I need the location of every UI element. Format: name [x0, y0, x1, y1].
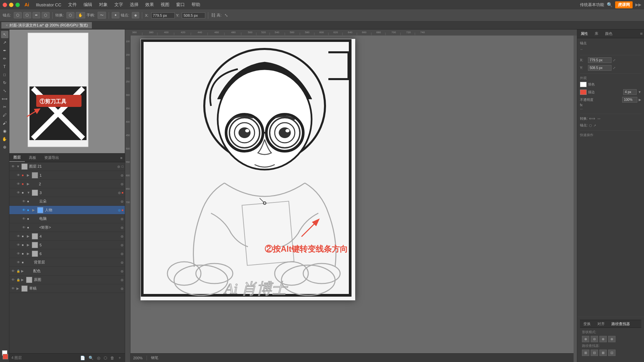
- layer-item-2[interactable]: 👁 ■ ▶ 2 ◎: [9, 180, 125, 188]
- smooth-btn[interactable]: 〜: [98, 12, 106, 19]
- text-tool[interactable]: T: [1, 63, 8, 70]
- pen-tool[interactable]: ✒: [1, 47, 8, 54]
- anchor-btn-1[interactable]: ⬡: [14, 12, 22, 18]
- pencil-tool[interactable]: ✏: [1, 55, 8, 62]
- layer-item-original[interactable]: 👁 🔒 ▶ 原图 ◎: [9, 276, 125, 284]
- opacity-expand-btn[interactable]: ▶: [639, 98, 641, 102]
- main-tab[interactable]: ✕ 封面-演示源文件1.ai* @ 200% (RGB/GPU 预览): [1, 22, 92, 28]
- paint-tool[interactable]: 🖌: [1, 119, 8, 127]
- layer-item-cloud[interactable]: 👁 ■ 云朵 ◎: [9, 197, 125, 206]
- menu-window[interactable]: 窗口: [173, 2, 187, 8]
- divide-btn[interactable]: ⊞: [582, 350, 589, 356]
- scissors-tool[interactable]: ✂: [1, 103, 8, 111]
- menu-select[interactable]: 选择: [127, 2, 141, 8]
- layers-tab-layers[interactable]: 图层: [9, 154, 25, 162]
- layer-item-rect[interactable]: 👁 ■ <矩形> ◎: [9, 223, 125, 232]
- mac-max-btn[interactable]: [15, 3, 20, 7]
- merge-selected-btn[interactable]: ⬡: [103, 355, 108, 361]
- layer-target-6[interactable]: ◎: [121, 252, 123, 255]
- layer-eye-6[interactable]: 👁: [16, 251, 21, 256]
- layer-eye-1[interactable]: 👁: [16, 173, 21, 178]
- layer-target-cloud[interactable]: ◎: [121, 200, 123, 203]
- stroke-width-input[interactable]: [623, 89, 637, 95]
- anchor-convert-btn[interactable]: ⬡: [589, 124, 592, 127]
- layer-eye-rect[interactable]: 👁: [21, 225, 26, 230]
- layer-eye-draft[interactable]: 👁: [11, 286, 15, 291]
- transform-btn[interactable]: ⬡: [66, 12, 74, 18]
- transform-btn-2[interactable]: ↔: [597, 116, 601, 121]
- layer-item-4[interactable]: 👁 ■ ▶ 4 ◎: [9, 232, 125, 241]
- unite-btn[interactable]: ⊕: [582, 336, 589, 342]
- layer-expand-colors[interactable]: ▶: [21, 269, 25, 273]
- add-sublayer-btn[interactable]: 📄: [79, 355, 86, 361]
- layer-expand-person[interactable]: ▶: [32, 208, 36, 212]
- menu-edit[interactable]: 编辑: [81, 2, 95, 8]
- layer-target-draft[interactable]: ◎: [121, 287, 123, 290]
- y-input[interactable]: [182, 12, 205, 18]
- create-clipping-btn[interactable]: 🔍: [88, 355, 95, 361]
- layer-expand-5[interactable]: ▶: [27, 243, 31, 247]
- tab-properties[interactable]: 属性: [577, 29, 591, 38]
- x-input[interactable]: [151, 12, 175, 18]
- y-prop-input[interactable]: [588, 65, 611, 71]
- layer-target-1[interactable]: ◎: [121, 174, 123, 177]
- layer-target-2[interactable]: ◎: [121, 182, 123, 186]
- stroke-expand-btn[interactable]: ▼: [638, 90, 641, 94]
- tab-transform[interactable]: 变换: [580, 320, 594, 327]
- layer-item-3[interactable]: 👁 ■ ▼ 3 ◎ ■: [9, 188, 125, 197]
- appearance-more-btn[interactable]: ···: [580, 107, 583, 111]
- reflect-tool[interactable]: ⟺: [1, 95, 8, 103]
- stroke-color-swatch[interactable]: [3, 354, 8, 359]
- layer-target-bg[interactable]: ◎: [121, 261, 123, 264]
- layer-eye-4[interactable]: 👁: [16, 234, 21, 239]
- layer-lock-original[interactable]: 🔒: [16, 278, 20, 282]
- anchor-btn-4[interactable]: ⬡: [42, 12, 50, 18]
- properties-menu-btn[interactable]: ≡: [640, 31, 643, 36]
- layer-eye-cloud[interactable]: 👁: [21, 199, 26, 204]
- layer-eye-person[interactable]: 👁: [21, 208, 26, 213]
- layer-item-pc[interactable]: 👁 ■ 电脑 ◎: [9, 215, 125, 223]
- merge-btn[interactable]: ⊠: [599, 350, 607, 356]
- zoom-display[interactable]: 200%: [133, 356, 143, 360]
- layer-eye-21[interactable]: 👁: [11, 164, 15, 169]
- tab-pathfinder[interactable]: 路径查找器: [608, 320, 633, 327]
- x-prop-input[interactable]: [588, 57, 611, 63]
- zoom-tool[interactable]: ⊕: [1, 143, 8, 151]
- anchor-point-btn[interactable]: ✦: [112, 12, 119, 18]
- layer-expand-21[interactable]: ▼: [16, 165, 20, 168]
- hand-btn[interactable]: ✋: [76, 12, 85, 18]
- layer-expand-3[interactable]: ▼: [27, 191, 31, 194]
- delete-layer-btn[interactable]: 🗑: [109, 355, 115, 361]
- layer-expand-original[interactable]: ▶: [21, 278, 25, 282]
- layer-expand-1[interactable]: ▶: [27, 173, 31, 177]
- layer-target-3[interactable]: ◎: [118, 191, 121, 194]
- tab-color[interactable]: 颜色: [602, 29, 616, 38]
- corner-btn[interactable]: ◈: [132, 12, 139, 18]
- layer-expand-4[interactable]: ▶: [27, 234, 31, 238]
- scale-tool[interactable]: ⤡: [1, 87, 8, 95]
- layer-target-rect[interactable]: ◎: [121, 226, 123, 229]
- eyedropper-tool[interactable]: 🖊: [1, 111, 8, 119]
- fill-swatch[interactable]: [580, 82, 587, 87]
- x-expand-btn[interactable]: ⤢: [613, 58, 615, 62]
- stroke-swatch[interactable]: [580, 89, 587, 95]
- layer-expand-draft[interactable]: ▶: [16, 287, 20, 290]
- menu-effect[interactable]: 效果: [143, 2, 157, 8]
- layer-expand-2[interactable]: ▶: [27, 182, 31, 186]
- layer-eye-colors[interactable]: 👁: [11, 269, 15, 274]
- trim-btn[interactable]: ⊟: [591, 350, 598, 356]
- y-expand-btn[interactable]: ⤢: [613, 66, 615, 70]
- shape-tool[interactable]: □: [1, 71, 8, 78]
- layer-eye-3[interactable]: 👁: [16, 190, 21, 195]
- anchor-btn-3[interactable]: ✒: [33, 12, 40, 18]
- layer-lock-colors[interactable]: 🔒: [16, 269, 20, 273]
- chain-icon[interactable]: ⛓: [211, 13, 215, 18]
- gradient-tool[interactable]: ◉: [1, 127, 8, 135]
- layer-eye-original[interactable]: 👁: [11, 278, 15, 282]
- panel-toggle-icon[interactable]: ▶▶: [635, 2, 641, 7]
- layer-eye-bg[interactable]: 👁: [16, 260, 21, 265]
- menu-object[interactable]: 对象: [96, 2, 110, 8]
- opacity-input[interactable]: [622, 97, 637, 103]
- hand-tool[interactable]: ✋: [1, 135, 8, 143]
- menu-illustrator[interactable]: Illustrator CC: [33, 2, 64, 7]
